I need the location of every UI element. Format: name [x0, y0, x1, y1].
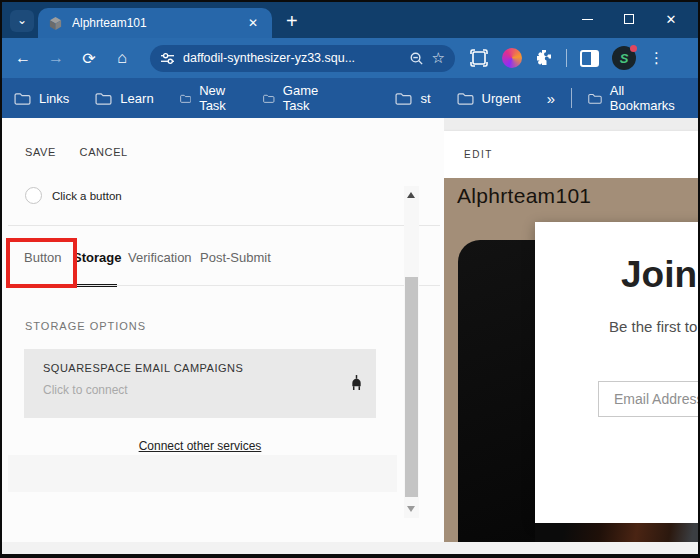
- bookmark-star-icon[interactable]: ☆: [432, 49, 445, 67]
- close-icon: ✕: [666, 12, 677, 27]
- site-settings-icon[interactable]: [160, 52, 175, 65]
- back-button[interactable]: ←: [14, 49, 32, 67]
- all-bookmarks-button[interactable]: All Bookmarks: [588, 83, 678, 113]
- screenshot-extension-icon[interactable]: [469, 48, 489, 68]
- provider-title: SQUARESPACE EMAIL CAMPAIGNS: [43, 362, 243, 374]
- edit-bar[interactable]: EDIT: [444, 131, 698, 178]
- bookmark-folder-learn[interactable]: Learn: [95, 91, 153, 106]
- bookmarks-overflow-button[interactable]: »: [547, 90, 555, 107]
- bookmark-folder-new-task[interactable]: New Task: [180, 83, 238, 113]
- folder-icon: [95, 92, 112, 105]
- bookmark-label: st: [420, 91, 430, 106]
- save-button[interactable]: SAVE: [25, 146, 56, 158]
- home-button[interactable]: ⌂: [113, 49, 131, 67]
- connect-other-services-wrap: Connect other services: [24, 436, 376, 454]
- edit-label: EDIT: [464, 149, 493, 160]
- wood-table-image: [535, 523, 698, 542]
- maximize-button[interactable]: [608, 4, 650, 34]
- storage-options-heading: STORAGE OPTIONS: [25, 320, 146, 332]
- tab-post-submit[interactable]: Post-Submit: [200, 250, 271, 265]
- forward-button[interactable]: →: [47, 49, 65, 67]
- toolbar-separator: [566, 49, 567, 67]
- new-tab-button[interactable]: +: [286, 8, 298, 34]
- scroll-down-icon[interactable]: [407, 506, 415, 512]
- bookmark-label: New Task: [199, 83, 237, 113]
- tab-search-button[interactable]: ⌄: [10, 10, 34, 32]
- bookmark-label: Urgent: [482, 91, 521, 106]
- zoom-out-icon[interactable]: [409, 51, 424, 66]
- minimize-button[interactable]: [566, 4, 608, 34]
- avatar-letter: S: [620, 51, 629, 66]
- cube-favicon-icon: [48, 16, 63, 31]
- browser-tab[interactable]: Alphrteam101 ✕: [38, 8, 272, 38]
- bookmarks-right-group: » All Bookmarks: [547, 83, 686, 113]
- tab-title: Alphrteam101: [72, 16, 244, 30]
- folder-icon: [14, 92, 31, 105]
- close-button[interactable]: ✕: [650, 4, 692, 34]
- profile-avatar[interactable]: S: [612, 46, 636, 70]
- site-preview-panel: EDIT Alphrteam101 Join Be the first to: [444, 118, 698, 542]
- bookmarks-separator: [571, 88, 572, 108]
- scrollbar-thumb[interactable]: [405, 277, 418, 497]
- close-tab-icon[interactable]: ✕: [244, 16, 262, 30]
- panel-scrollbar[interactable]: [404, 186, 419, 518]
- panel-faint-section: [8, 455, 397, 492]
- maximize-icon: [624, 14, 634, 24]
- click-a-button-option[interactable]: Click a button: [25, 187, 122, 204]
- provider-subtitle: Click to connect: [43, 383, 128, 397]
- reload-button[interactable]: ⟳: [80, 49, 98, 68]
- site-preview: Alphrteam101 Join Be the first to: [444, 178, 698, 542]
- tabs-top-divider: [8, 225, 440, 226]
- squarespace-email-campaigns-card[interactable]: SQUARESPACE EMAIL CAMPAIGNS Click to con…: [24, 349, 376, 418]
- browser-window: ⌄ Alphrteam101 ✕ + ✕ ← → ⟳ ⌂ daffodil-sy…: [0, 0, 700, 558]
- bottom-strip: [2, 542, 698, 554]
- url-text[interactable]: daffodil-synthesizer-yz33.squ...: [183, 51, 401, 65]
- folder-icon: [395, 92, 412, 105]
- form-settings-panel: SAVE CANCEL Click a button Button Storag…: [2, 118, 444, 542]
- window-controls: ✕: [566, 4, 692, 34]
- title-bar: ⌄ Alphrteam101 ✕ + ✕: [2, 2, 698, 38]
- minimize-icon: [582, 19, 593, 20]
- browser-toolbar: ← → ⟳ ⌂ daffodil-synthesizer-yz33.squ...…: [2, 38, 698, 78]
- colorful-extension-icon[interactable]: [502, 48, 522, 68]
- folder-icon: [180, 92, 192, 105]
- avatar-badge: [630, 45, 637, 52]
- page-content: SAVE CANCEL Click a button Button Storag…: [2, 118, 698, 542]
- address-bar[interactable]: daffodil-synthesizer-yz33.squ... ☆: [150, 45, 455, 72]
- radio-label: Click a button: [52, 190, 122, 202]
- bookmark-folder-st[interactable]: st: [395, 91, 430, 106]
- chevron-down-icon: ⌄: [17, 13, 27, 27]
- browser-menu-button[interactable]: ⋮: [649, 49, 664, 67]
- bookmark-folder-game-task[interactable]: Game Task: [263, 83, 327, 113]
- radio-button-icon[interactable]: [25, 187, 42, 204]
- bookmark-label: Game Task: [283, 83, 328, 113]
- connect-other-services-link[interactable]: Connect other services: [139, 439, 262, 453]
- bookmark-folder-urgent[interactable]: Urgent: [457, 91, 521, 106]
- side-panel-icon[interactable]: [580, 50, 599, 67]
- cancel-button[interactable]: CANCEL: [80, 146, 128, 158]
- newsletter-subtext: Be the first to: [609, 318, 697, 335]
- panel-actions: SAVE CANCEL: [25, 146, 148, 158]
- bookmark-label: Learn: [120, 91, 153, 106]
- extensions-row: S ⋮: [469, 46, 664, 70]
- bookmarks-bar: Links Learn New Task Game Task st Urgent…: [2, 78, 698, 118]
- folder-icon: [588, 92, 602, 105]
- extensions-puzzle-icon[interactable]: [535, 49, 553, 67]
- newsletter-heading: Join: [621, 256, 697, 293]
- tab-storage[interactable]: Storage: [73, 250, 121, 265]
- scroll-up-icon[interactable]: [407, 192, 415, 198]
- bookmark-folder-links[interactable]: Links: [14, 91, 69, 106]
- all-bookmarks-label: All Bookmarks: [610, 83, 678, 113]
- bookmark-label: Links: [39, 91, 69, 106]
- annotation-highlight-box: [6, 238, 77, 288]
- site-title: Alphrteam101: [457, 184, 591, 208]
- plug-icon: [350, 373, 363, 395]
- newsletter-popup-card: Join Be the first to: [535, 222, 698, 523]
- email-address-field[interactable]: [598, 381, 698, 417]
- folder-icon: [263, 92, 275, 105]
- tab-verification[interactable]: Verification: [128, 250, 192, 265]
- folder-icon: [457, 92, 474, 105]
